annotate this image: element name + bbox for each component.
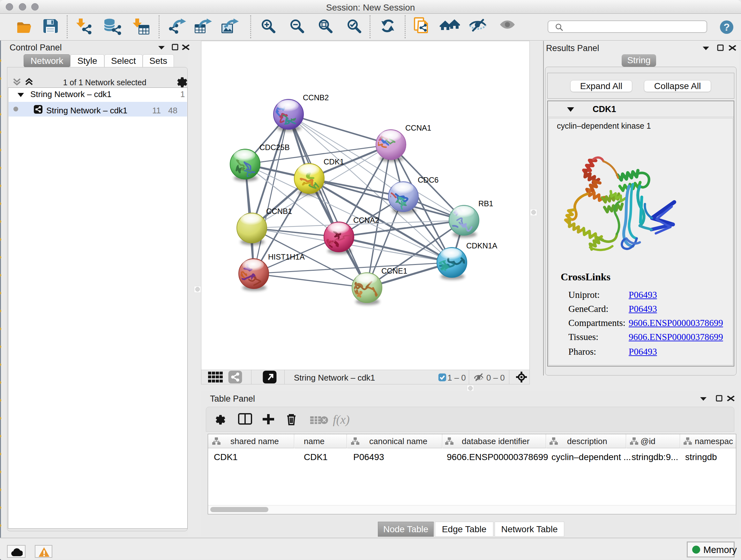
svg-text:CCNA2: CCNA2 bbox=[353, 216, 379, 225]
svg-text:RB1: RB1 bbox=[478, 199, 493, 208]
svg-text:HIST1H1A: HIST1H1A bbox=[268, 253, 305, 261]
svg-text:CDKN1A: CDKN1A bbox=[466, 241, 497, 250]
svg-text:CCNB2: CCNB2 bbox=[303, 93, 329, 102]
svg-text:CCNB1: CCNB1 bbox=[266, 207, 292, 215]
svg-text:CCNA1: CCNA1 bbox=[405, 124, 431, 132]
svg-text:CDK1: CDK1 bbox=[324, 158, 344, 166]
svg-text:CDC6: CDC6 bbox=[418, 176, 439, 184]
svg-text:CDC25B: CDC25B bbox=[259, 143, 290, 152]
svg-text:CCNE1: CCNE1 bbox=[381, 266, 407, 275]
